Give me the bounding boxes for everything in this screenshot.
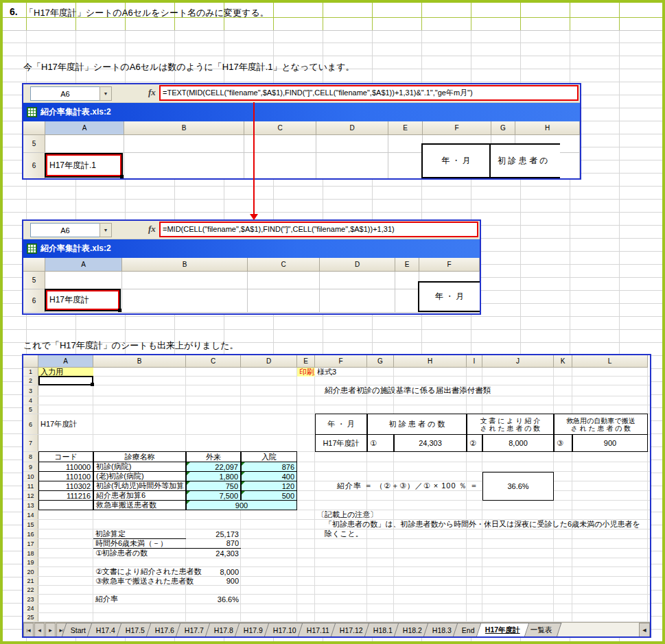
row-header-6[interactable]: 6 [23, 153, 45, 178]
sheet3-cell-F15[interactable]: 「初診患者の数」は、初診患者数から時間外・休日又は深夜に受診した6歳未満の小児患… [315, 519, 648, 529]
sheet3-col-header-B[interactable]: B [93, 355, 186, 368]
shot1-col-header-G[interactable]: G [491, 121, 515, 135]
sheet3-cell-C20[interactable]: 8,000 [186, 567, 241, 577]
first-visit-header-cell[interactable]: 初 診 患 者 の [491, 143, 560, 178]
select-all-corner[interactable] [23, 121, 45, 135]
sheet3-col-header-G[interactable]: G [367, 355, 394, 368]
sheet3-cell-F11[interactable]: 紹介率 ＝ （②＋③）／① × 100 ％ ＝ [315, 481, 482, 491]
sheet3-col-header-I[interactable]: I [467, 355, 482, 368]
sheet3-cell-C12[interactable]: 7,500 [186, 490, 241, 501]
sheet3-cell-B9[interactable]: 初診(病院) [93, 462, 186, 472]
row-header-11[interactable]: 11 [23, 481, 38, 490]
row-header-21[interactable]: 21 [23, 577, 38, 585]
sheet3-cell-A13[interactable] [38, 500, 93, 510]
sheet-tab-H17年度計[interactable]: H17年度計 [476, 623, 530, 637]
sheet3-cell-C11[interactable]: 750 [186, 481, 241, 491]
row-header-9[interactable]: 9 [23, 462, 38, 471]
sheet3-cell-C17[interactable]: 870 [186, 538, 241, 549]
sheet3-cell-H7[interactable]: 24,303 [394, 434, 467, 452]
sheet3-cell-J7[interactable]: 8,000 [482, 434, 554, 452]
sheet3-col-header-K[interactable]: K [554, 355, 572, 368]
row-header-5[interactable]: 5 [23, 135, 45, 152]
shot1-col-header-C[interactable]: C [244, 121, 316, 135]
row-header-23[interactable]: 23 [23, 595, 38, 604]
name-box-dropdown-icon[interactable]: ▼ [100, 223, 112, 237]
shot1-col-header-F[interactable]: F [423, 121, 491, 135]
shot2-col-header-A[interactable]: A [45, 258, 122, 272]
sheet3-cell-B21[interactable]: ③救急車で搬送された患者数 [93, 576, 186, 586]
shot1-cell-D6[interactable] [316, 153, 388, 178]
sheet3-cell-K7[interactable]: ③ [554, 434, 572, 452]
sheet3-cell-B17[interactable]: 時間外6歳未満（－） [93, 538, 186, 549]
sheet3-cell-D11[interactable]: 120 [241, 481, 297, 491]
formula-bar[interactable]: =MID(CELL("filename",$A$1),FIND("]",CELL… [159, 222, 478, 237]
shot1-cell-E6[interactable] [388, 153, 423, 178]
sheet3-col-header-H[interactable]: H [394, 355, 467, 368]
row-header-6[interactable]: 6 [23, 414, 38, 434]
shot2-col-header-F[interactable]: F [419, 258, 480, 272]
row-header-14[interactable]: 14 [23, 510, 38, 519]
row-header-5[interactable]: 5 [23, 405, 38, 414]
shot1-cell-B5[interactable] [124, 135, 244, 152]
sheet3-cell-B8[interactable]: 診療名称 [93, 451, 186, 462]
row-header-6[interactable]: 6 [23, 289, 45, 312]
year-month-header-cell[interactable]: 年 ・ 月 [418, 281, 480, 312]
row-header-20[interactable]: 20 [23, 567, 38, 576]
row-header-1[interactable]: 1 [23, 368, 38, 376]
sheet3-cell-B11[interactable]: 初診(乳幼児)時間外等加算 [93, 481, 186, 491]
row-header-5[interactable]: 5 [23, 272, 45, 289]
name-box[interactable]: A6 [30, 86, 100, 101]
sheet3-cell-E1[interactable]: 印刷用 [297, 368, 315, 377]
sheet3-cell-C21[interactable]: 900 [186, 576, 241, 586]
sheet3-cell-I6[interactable]: 文 書 に よ り 紹 介 さ れ た 患 者 の 数 [467, 414, 554, 435]
sheet3-cell-F1[interactable]: 様式3 [315, 368, 367, 377]
sheet3-cell-A6[interactable]: H17年度計 [38, 414, 93, 435]
sheet3-cell-K6[interactable]: 救急用の自動車で搬送 さ れ た 患 者 の 数 [554, 414, 648, 435]
shot1-col-header-A[interactable]: A [45, 121, 124, 135]
shot2-cell-A5[interactable] [45, 272, 122, 289]
select-all-corner[interactable] [23, 355, 38, 368]
sheet3-col-header-L[interactable]: L [572, 355, 648, 368]
sheet3-cell-B23[interactable]: 紹介率 [93, 594, 186, 604]
row-header-22[interactable]: 22 [23, 586, 38, 594]
horizontal-scrollbar-track[interactable] [559, 623, 639, 637]
sheet3-cell-A10[interactable]: 110100 [38, 471, 93, 481]
row-header-2[interactable]: 2 [23, 377, 38, 385]
sheet3-col-header-C[interactable]: C [186, 355, 241, 368]
shot2-cell-B5[interactable] [122, 272, 248, 289]
sheet3-col-header-F[interactable]: F [315, 355, 367, 368]
shot2-col-header-D[interactable]: D [320, 258, 395, 272]
row-header-8[interactable]: 8 [23, 452, 38, 462]
sheet3-cell-G6[interactable]: 初 診 患 者 の 数 [367, 414, 467, 435]
row-header-16[interactable]: 16 [23, 529, 38, 538]
sheet3-col-header-D[interactable]: D [241, 355, 297, 368]
row-header-4[interactable]: 4 [23, 396, 38, 405]
cell-a6-selection[interactable]: H17年度計.1 [45, 153, 123, 178]
sheet3-cell-D12[interactable]: 500 [241, 490, 297, 501]
sheet3-col-header-E[interactable]: E [297, 355, 315, 368]
shot2-cell-E5[interactable] [395, 272, 419, 289]
sheet3-cell-B12[interactable]: 紹介患者加算6 [93, 490, 186, 501]
sheet3-cell-A12[interactable]: 111216 [38, 490, 93, 501]
row-header-3[interactable]: 3 [23, 385, 38, 396]
sheet3-cell-C9[interactable]: 22,097 [186, 462, 241, 472]
sheet3-cell-C23[interactable]: 36.6% [186, 594, 241, 604]
year-month-header-cell[interactable]: 年 ・ 月 [421, 143, 491, 178]
shot1-col-header-B[interactable]: B [124, 121, 244, 135]
shot2-cell-E6[interactable] [395, 289, 419, 312]
shot2-cell-D5[interactable] [320, 272, 395, 289]
sheet3-cell-D8[interactable]: 入院 [241, 451, 297, 462]
sheet3-cell-A2[interactable] [38, 376, 93, 385]
shot2-cell-D6[interactable] [320, 289, 395, 312]
tab-scroll-next-button[interactable]: ▶ [45, 623, 56, 637]
sheet3-cell-F7[interactable]: H17年度計 [315, 434, 367, 452]
shot1-cell-C6[interactable] [244, 153, 316, 178]
sheet3-cell-F14[interactable]: 〔記載上の注意〕 [315, 510, 467, 520]
sheet3-cell-A9[interactable]: 110000 [38, 462, 93, 472]
sheet3-cell-F16[interactable]: 除くこと。 [315, 529, 394, 539]
shot2-cell-B6[interactable] [122, 289, 248, 312]
row-header-18[interactable]: 18 [23, 549, 38, 558]
shot1-col-header-H[interactable]: H [515, 121, 580, 135]
fx-icon[interactable]: fx [148, 224, 156, 235]
sheet3-cell-F6[interactable]: 年 ・ 月 [315, 414, 367, 435]
